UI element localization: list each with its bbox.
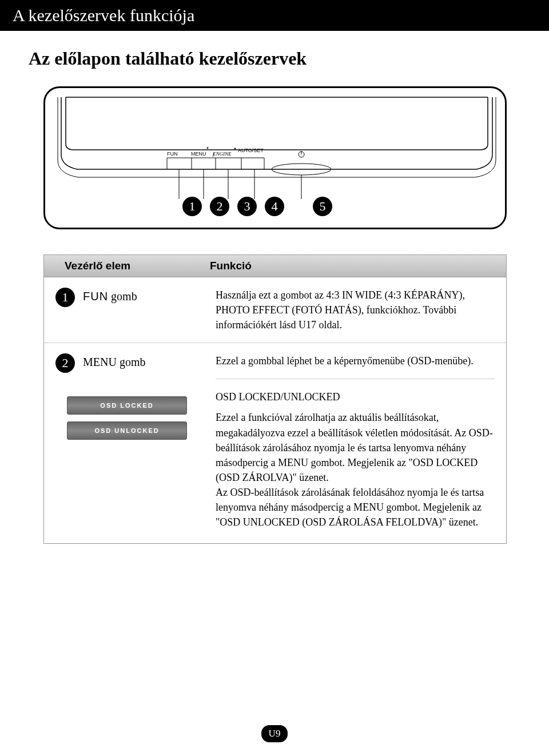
callout-numbers-row: 1 2 3 4 5 xyxy=(182,197,332,216)
btn-label-menu: MENU xyxy=(191,151,206,157)
osd-description: OSD LOCKED/UNLOCKED Ezzel a funkcióval z… xyxy=(216,389,495,530)
header-title: A kezelőszervek funkciója xyxy=(13,6,194,25)
osd-body-text: Ezzel a funkcióval zárolhatja az aktuáli… xyxy=(216,410,495,530)
page-number: U9 xyxy=(261,725,288,742)
osd-locked-badge: OSD LOCKED xyxy=(67,396,187,415)
btn-label-fun: FUN xyxy=(167,151,178,157)
callout-5: 5 xyxy=(313,197,332,216)
table-header-row: Vezérlő elem Funkció xyxy=(44,255,506,277)
callout-4: 4 xyxy=(265,197,284,216)
monitor-outline-svg xyxy=(61,97,492,200)
table-row: 2 MENU gomb Ezzel a gombbal léphet be a … xyxy=(44,343,506,543)
function-desc-1: Használja ezt a gombot az 4:3 IN WIDE (4… xyxy=(216,288,495,332)
fun-label: FUN xyxy=(83,290,108,303)
osd-title: OSD LOCKED/UNLOCKED xyxy=(216,389,495,404)
table-row: 1 FUN gomb Használja ezt a gombot az 4:3… xyxy=(44,277,506,343)
arrow-up-icon: ▲ xyxy=(233,146,237,150)
arrow-down-icon: ▼ xyxy=(206,146,209,150)
controls-table: Vezérlő elem Funkció 1 FUN gomb Használj… xyxy=(43,254,507,544)
page-header: A kezelőszervek funkciója xyxy=(0,0,549,31)
btn-label-auto: AUTO/SET xyxy=(238,148,264,153)
osd-unlocked-badge: OSD UNLOCKED xyxy=(67,421,187,440)
callout-1: 1 xyxy=(182,197,202,216)
control-cell-2: 2 MENU gomb xyxy=(55,353,216,379)
monitor-diagram: FUN MENU ▼ fENGINE ▲ AUTO/SET 1 2 3 4 5 xyxy=(43,86,507,229)
control-name-2: MENU gomb xyxy=(83,353,145,369)
section-subtitle: Az előlapon található kezelőszervek xyxy=(29,48,549,69)
osd-badges-col: OSD LOCKED OSD UNLOCKED xyxy=(55,389,216,530)
function-desc-2: Ezzel a gombbal léphet be a képernyőmenü… xyxy=(216,353,495,379)
th-control: Vezérlő elem xyxy=(44,255,210,277)
row-number-1: 1 xyxy=(55,288,75,307)
control-name-1: FUN gomb xyxy=(83,288,137,303)
control-cell-1: 1 FUN gomb xyxy=(55,288,216,332)
callout-2: 2 xyxy=(210,197,229,216)
callout-3: 3 xyxy=(237,197,257,216)
th-function: Funkció xyxy=(210,255,506,277)
row-number-2: 2 xyxy=(55,353,75,373)
